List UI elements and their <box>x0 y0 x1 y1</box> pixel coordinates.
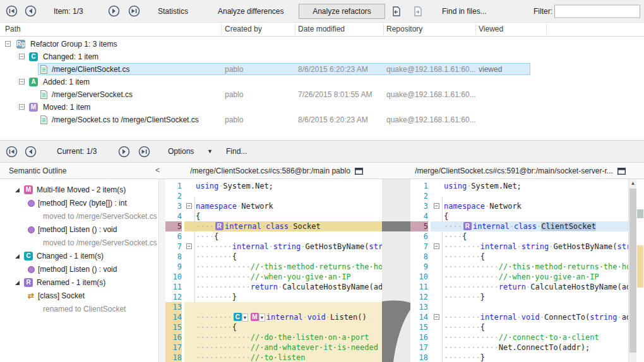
last-item-button[interactable] <box>128 5 140 18</box>
options-caret-icon[interactable]: ▼ <box>207 148 213 155</box>
outline-row[interactable]: moved to /merge/ServerSocket.cs <box>0 236 158 250</box>
column-viewed[interactable]: Viewed <box>479 25 503 33</box>
code-line[interactable]: 3−namespace·Network <box>410 201 628 211</box>
analyze-refactors-button[interactable]: Analyze refactors <box>299 4 385 19</box>
inline-badge-dropdown-icon[interactable]: ▼ <box>259 313 265 322</box>
outline-row[interactable]: ⇄[class] Socket <box>0 289 158 303</box>
column-created-by[interactable]: Created by <box>225 25 262 33</box>
code-line[interactable]: 6····{ <box>165 231 382 242</box>
outline-expanded-icon[interactable] <box>15 188 20 192</box>
code-line[interactable]: 11············return·CalculateHostByName… <box>165 282 382 292</box>
code-line[interactable]: 3−namespace·Network <box>165 201 382 211</box>
collapse-outline-button[interactable]: < <box>155 166 160 175</box>
code-line[interactable]: 13 <box>165 302 382 312</box>
tree-collapse-icon[interactable]: − <box>19 54 25 59</box>
outline-row[interactable]: moved to /merge/ServerSocket.cs <box>0 210 158 223</box>
code-line[interactable]: 11············return·CalculateHostByName… <box>410 282 628 292</box>
code-line[interactable]: 9············//·this·method·returns·the·… <box>165 262 382 272</box>
open-right-file-window-icon[interactable] <box>617 168 626 177</box>
code-line[interactable]: 16············//·connect·to·a·client <box>410 332 628 342</box>
tree-row[interactable]: −AAdded: 1 item <box>0 76 644 88</box>
tree-row[interactable]: −CChanged: 1 item <box>0 50 644 63</box>
right-code-editor[interactable]: 1using·System.Net;23−namespace·Network4{… <box>410 179 628 362</box>
first-diff-button[interactable] <box>5 145 18 158</box>
tree-collapse-icon[interactable]: − <box>5 41 11 47</box>
code-line[interactable]: 16············//·do·the·listen·on·a·port <box>165 332 382 342</box>
outline-row[interactable]: MMulti-file Moved - 2 item(s) <box>0 184 158 197</box>
right-editor-scrollbar[interactable]: ▲ <box>628 179 636 362</box>
filter-input[interactable] <box>554 4 640 18</box>
code-line[interactable]: 12········} <box>165 292 382 302</box>
code-line[interactable]: 7−········internal·string·GetHostByName(… <box>165 242 382 252</box>
outline-row[interactable]: [method] Listen () : void <box>0 223 158 236</box>
code-line[interactable]: 2 <box>165 191 382 201</box>
outline-splitter[interactable] <box>160 179 165 362</box>
code-line[interactable]: 18········} <box>410 353 628 362</box>
overview-change-mark[interactable] <box>637 245 643 288</box>
code-line[interactable]: 8········{ <box>410 252 628 262</box>
outline-expanded-icon[interactable] <box>15 281 20 285</box>
left-code-editor[interactable]: 1using·System.Net;23−namespace·Network4{… <box>165 179 382 362</box>
outline-expanded-icon[interactable] <box>15 254 20 259</box>
inline-m-badge[interactable]: M <box>251 313 259 321</box>
code-line[interactable]: 18············//·to·listen <box>165 353 382 362</box>
options-menu-button[interactable]: Options <box>168 147 194 156</box>
tree-row[interactable]: −MMoved: 1 item <box>0 101 644 114</box>
diff-overview-ruler[interactable] <box>636 179 644 362</box>
code-line[interactable]: 4{ <box>165 211 382 221</box>
code-line[interactable]: 14−········internal·void·ConnectTo(strin… <box>410 312 628 322</box>
code-line[interactable]: 10············//·when·you·give·an·IP <box>410 272 628 282</box>
open-left-file-window-icon[interactable] <box>355 168 363 177</box>
column-date-modified[interactable]: Date modified <box>298 25 345 33</box>
find-in-files-button[interactable]: Find in files... <box>442 7 487 16</box>
export-right-diff-icon[interactable] <box>412 5 424 18</box>
last-diff-button[interactable] <box>138 145 150 158</box>
code-line[interactable]: 12········} <box>410 292 628 302</box>
code-line[interactable]: 7−········internal·string·GetHostByName(… <box>410 242 628 252</box>
tree-collapse-icon[interactable]: − <box>19 79 25 85</box>
outline-row[interactable]: RRenamed - 1 item(s) <box>0 276 158 289</box>
overview-change-mark[interactable] <box>637 209 643 218</box>
tree-row[interactable]: /merge/ServerSocket.cspablo7/26/2015 8:0… <box>0 88 644 101</box>
scrollbar-thumb[interactable] <box>629 189 636 353</box>
tree-row[interactable]: /merge/ClientSocket.cspablo8/6/2015 6:20… <box>0 63 644 76</box>
code-line[interactable]: 14−········C▼M▼internal·void·Listen() <box>165 312 382 322</box>
code-line[interactable]: 15········{ <box>410 322 628 332</box>
tree-collapse-icon[interactable]: − <box>19 104 25 110</box>
code-line[interactable]: 2 <box>410 191 628 201</box>
code-line[interactable]: 1using·System.Net; <box>165 181 382 191</box>
next-item-button[interactable] <box>107 5 120 18</box>
find-button[interactable]: Find... <box>226 147 247 156</box>
code-line[interactable]: 17············//·and·whatever·it·is·need… <box>165 342 382 353</box>
previous-diff-button[interactable] <box>24 145 37 158</box>
column-path[interactable]: Path <box>5 25 21 33</box>
code-line[interactable]: 6····{ <box>410 231 628 242</box>
inline-r-badge[interactable]: R <box>463 222 472 230</box>
column-repository[interactable]: Repository <box>386 25 422 33</box>
inline-c-badge[interactable]: C <box>234 313 242 321</box>
code-line[interactable]: 9············//·this·method·returns·the·… <box>410 262 628 272</box>
outline-row[interactable]: renamed to ClientSocket <box>0 303 158 316</box>
next-diff-button[interactable] <box>117 145 130 158</box>
tree-row[interactable]: /merge/Socket.cs to /merge/ClientSocket.… <box>0 114 644 126</box>
code-line[interactable]: 1using·System.Net; <box>410 181 628 191</box>
export-left-diff-icon[interactable] <box>390 5 403 18</box>
inline-badge-dropdown-icon[interactable]: ▼ <box>242 313 248 322</box>
code-line[interactable]: 15········{ <box>165 322 382 332</box>
code-line[interactable]: 4{ <box>410 211 628 221</box>
first-item-button[interactable] <box>5 5 18 18</box>
outline-row[interactable]: [method] Recv (byte[]) : int <box>0 197 158 210</box>
statistics-button[interactable]: Statistics <box>158 7 188 16</box>
code-line[interactable]: 5−····Rinternal·class·Socket <box>165 221 382 231</box>
analyze-differences-button[interactable]: Analyze differences <box>218 7 284 16</box>
outline-row[interactable]: CChanged - 1 item(s) <box>0 250 158 263</box>
code-line[interactable]: 8········{ <box>165 252 382 262</box>
previous-item-button[interactable] <box>24 5 37 18</box>
code-line[interactable]: 13 <box>410 302 628 312</box>
code-line[interactable]: 17············Net.ConnectTo(addr); <box>410 342 628 353</box>
tree-row[interactable]: −RgRefactor Group 1: 3 items <box>0 38 644 50</box>
outline-row[interactable]: [method] Listen () : void <box>0 263 158 276</box>
code-line[interactable]: 10············//·when·you·give·an·IP <box>165 272 382 282</box>
code-line[interactable]: 5−····Rinternal·class·ClientSocket <box>410 221 628 231</box>
inline-r-badge[interactable]: R <box>215 222 224 230</box>
